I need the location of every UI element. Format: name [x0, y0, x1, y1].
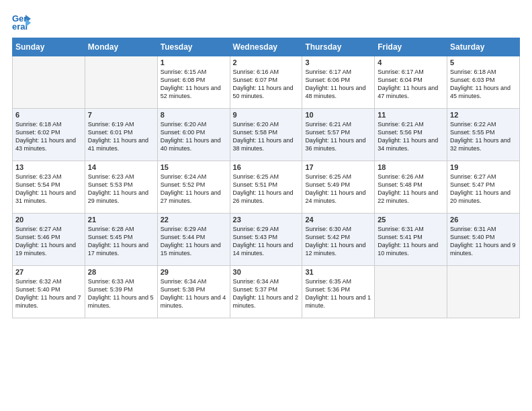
calendar-cell: 11Sunrise: 6:21 AMSunset: 5:56 PMDayligh…: [375, 109, 447, 161]
calendar-cell: 10Sunrise: 6:21 AMSunset: 5:57 PMDayligh…: [302, 109, 375, 161]
day-info: Sunrise: 6:28 AMSunset: 5:45 PMDaylight:…: [88, 225, 154, 258]
day-number: 25: [378, 216, 444, 224]
day-info: Sunrise: 6:20 AMSunset: 6:00 PMDaylight:…: [161, 120, 227, 153]
calendar-cell: 2Sunrise: 6:16 AMSunset: 6:07 PMDaylight…: [230, 56, 302, 109]
day-number: 13: [15, 163, 82, 171]
day-number: 8: [161, 111, 227, 119]
day-info: Sunrise: 6:21 AMSunset: 5:57 PMDaylight:…: [305, 120, 371, 153]
weekday-header: Thursday: [302, 38, 375, 56]
day-number: 1: [161, 58, 227, 66]
calendar-week-row: 6Sunrise: 6:18 AMSunset: 6:02 PMDaylight…: [13, 109, 520, 161]
calendar-cell: 8Sunrise: 6:20 AMSunset: 6:00 PMDaylight…: [157, 109, 230, 161]
weekday-header: Tuesday: [157, 38, 230, 56]
calendar-cell: 27Sunrise: 6:32 AMSunset: 5:40 PMDayligh…: [13, 266, 85, 318]
calendar-cell: 12Sunrise: 6:22 AMSunset: 5:55 PMDayligh…: [447, 109, 520, 161]
day-number: 27: [15, 268, 82, 276]
day-number: 19: [450, 163, 517, 171]
calendar-cell: [375, 266, 447, 318]
calendar-cell: 18Sunrise: 6:26 AMSunset: 5:48 PMDayligh…: [375, 161, 447, 214]
day-info: Sunrise: 6:35 AMSunset: 5:36 PMDaylight:…: [305, 277, 371, 310]
day-number: 17: [305, 163, 371, 171]
day-number: 4: [378, 58, 444, 66]
day-info: Sunrise: 6:29 AMSunset: 5:43 PMDaylight:…: [233, 225, 300, 258]
calendar-cell: 22Sunrise: 6:29 AMSunset: 5:44 PMDayligh…: [157, 214, 230, 266]
day-info: Sunrise: 6:26 AMSunset: 5:48 PMDaylight:…: [378, 173, 444, 205]
day-info: Sunrise: 6:18 AMSunset: 6:02 PMDaylight:…: [15, 120, 82, 153]
day-info: Sunrise: 6:21 AMSunset: 5:56 PMDaylight:…: [378, 120, 444, 153]
weekday-header: Wednesday: [230, 38, 302, 56]
day-number: 12: [450, 111, 517, 119]
day-info: Sunrise: 6:31 AMSunset: 5:41 PMDaylight:…: [378, 225, 444, 258]
header: Gen eral: [12, 12, 520, 31]
logo: Gen eral: [12, 12, 34, 31]
calendar-cell: 6Sunrise: 6:18 AMSunset: 6:02 PMDaylight…: [13, 109, 85, 161]
day-info: Sunrise: 6:27 AMSunset: 5:46 PMDaylight:…: [15, 225, 82, 258]
calendar-cell: 4Sunrise: 6:17 AMSunset: 6:04 PMDaylight…: [375, 56, 447, 109]
calendar-cell: 9Sunrise: 6:20 AMSunset: 5:58 PMDaylight…: [230, 109, 302, 161]
calendar-cell: 21Sunrise: 6:28 AMSunset: 5:45 PMDayligh…: [85, 214, 157, 266]
day-number: 15: [161, 163, 227, 171]
day-number: 28: [88, 268, 154, 276]
day-number: 9: [233, 111, 300, 119]
calendar-week-row: 1Sunrise: 6:15 AMSunset: 6:08 PMDaylight…: [13, 56, 520, 109]
day-number: 31: [305, 268, 371, 276]
day-info: Sunrise: 6:23 AMSunset: 5:54 PMDaylight:…: [15, 173, 82, 205]
calendar-cell: 25Sunrise: 6:31 AMSunset: 5:41 PMDayligh…: [375, 214, 447, 266]
day-info: Sunrise: 6:33 AMSunset: 5:39 PMDaylight:…: [88, 277, 154, 310]
day-number: 22: [161, 216, 227, 224]
calendar-cell: [85, 56, 157, 109]
day-info: Sunrise: 6:16 AMSunset: 6:07 PMDaylight:…: [233, 68, 300, 101]
day-number: 5: [450, 58, 517, 66]
day-info: Sunrise: 6:32 AMSunset: 5:40 PMDaylight:…: [15, 277, 82, 310]
calendar-header: SundayMondayTuesdayWednesdayThursdayFrid…: [13, 38, 520, 56]
day-info: Sunrise: 6:27 AMSunset: 5:47 PMDaylight:…: [450, 173, 517, 205]
day-number: 20: [15, 216, 82, 224]
day-number: 14: [88, 163, 154, 171]
calendar-cell: 31Sunrise: 6:35 AMSunset: 5:36 PMDayligh…: [302, 266, 375, 318]
day-number: 6: [15, 111, 82, 119]
day-number: 16: [233, 163, 300, 171]
day-info: Sunrise: 6:34 AMSunset: 5:37 PMDaylight:…: [233, 277, 300, 310]
day-number: 2: [233, 58, 300, 66]
day-number: 7: [88, 111, 154, 119]
calendar-cell: 1Sunrise: 6:15 AMSunset: 6:08 PMDaylight…: [157, 56, 230, 109]
calendar-cell: 15Sunrise: 6:24 AMSunset: 5:52 PMDayligh…: [157, 161, 230, 214]
day-info: Sunrise: 6:22 AMSunset: 5:55 PMDaylight:…: [450, 120, 517, 153]
day-info: Sunrise: 6:25 AMSunset: 5:51 PMDaylight:…: [233, 173, 300, 205]
day-number: 23: [233, 216, 300, 224]
logo-icon: Gen eral: [12, 12, 31, 31]
calendar-cell: 24Sunrise: 6:30 AMSunset: 5:42 PMDayligh…: [302, 214, 375, 266]
calendar-cell: 30Sunrise: 6:34 AMSunset: 5:37 PMDayligh…: [230, 266, 302, 318]
day-info: Sunrise: 6:30 AMSunset: 5:42 PMDaylight:…: [305, 225, 371, 258]
day-info: Sunrise: 6:34 AMSunset: 5:38 PMDaylight:…: [161, 277, 227, 310]
calendar-cell: 26Sunrise: 6:31 AMSunset: 5:40 PMDayligh…: [447, 214, 520, 266]
day-number: 3: [305, 58, 371, 66]
day-number: 24: [305, 216, 371, 224]
weekday-header: Saturday: [447, 38, 520, 56]
calendar-cell: 3Sunrise: 6:17 AMSunset: 6:06 PMDaylight…: [302, 56, 375, 109]
calendar-cell: [13, 56, 85, 109]
day-number: 11: [378, 111, 444, 119]
day-number: 26: [450, 216, 517, 224]
calendar-cell: 29Sunrise: 6:34 AMSunset: 5:38 PMDayligh…: [157, 266, 230, 318]
calendar-cell: 5Sunrise: 6:18 AMSunset: 6:03 PMDaylight…: [447, 56, 520, 109]
calendar-cell: 19Sunrise: 6:27 AMSunset: 5:47 PMDayligh…: [447, 161, 520, 214]
calendar-cell: 17Sunrise: 6:25 AMSunset: 5:49 PMDayligh…: [302, 161, 375, 214]
day-number: 10: [305, 111, 371, 119]
day-info: Sunrise: 6:20 AMSunset: 5:58 PMDaylight:…: [233, 120, 300, 153]
calendar-cell: 23Sunrise: 6:29 AMSunset: 5:43 PMDayligh…: [230, 214, 302, 266]
calendar-page: Gen eral SundayMondayTuesdayWednesdayThu…: [0, 0, 532, 411]
day-info: Sunrise: 6:23 AMSunset: 5:53 PMDaylight:…: [88, 173, 154, 205]
svg-text:eral: eral: [12, 21, 28, 31]
calendar-cell: 14Sunrise: 6:23 AMSunset: 5:53 PMDayligh…: [85, 161, 157, 214]
day-info: Sunrise: 6:19 AMSunset: 6:01 PMDaylight:…: [88, 120, 154, 153]
calendar-table: SundayMondayTuesdayWednesdayThursdayFrid…: [12, 38, 520, 318]
day-info: Sunrise: 6:17 AMSunset: 6:04 PMDaylight:…: [378, 68, 444, 101]
day-info: Sunrise: 6:15 AMSunset: 6:08 PMDaylight:…: [161, 68, 227, 101]
calendar-cell: 7Sunrise: 6:19 AMSunset: 6:01 PMDaylight…: [85, 109, 157, 161]
day-info: Sunrise: 6:17 AMSunset: 6:06 PMDaylight:…: [305, 68, 371, 101]
calendar-cell: 20Sunrise: 6:27 AMSunset: 5:46 PMDayligh…: [13, 214, 85, 266]
weekday-header: Friday: [375, 38, 447, 56]
calendar-week-row: 13Sunrise: 6:23 AMSunset: 5:54 PMDayligh…: [13, 161, 520, 214]
calendar-week-row: 27Sunrise: 6:32 AMSunset: 5:40 PMDayligh…: [13, 266, 520, 318]
